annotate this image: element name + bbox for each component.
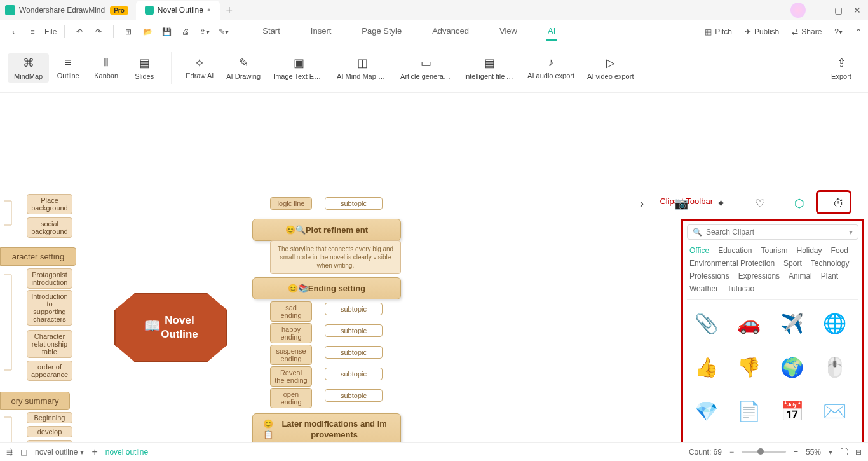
clipart-item[interactable]: ✉️ <box>820 397 850 425</box>
back-button[interactable]: ‹ <box>6 25 20 39</box>
zoom-slider[interactable] <box>742 451 786 453</box>
undo-button[interactable]: ↶ <box>72 25 86 39</box>
left-node[interactable]: Protagonist introduction <box>27 268 72 289</box>
clipart-search-input[interactable] <box>706 228 845 237</box>
user-avatar[interactable] <box>790 3 806 18</box>
section-header[interactable]: ory summary <box>0 392 70 410</box>
r-label[interactable]: suspense ending <box>270 345 312 365</box>
section-header[interactable]: aracter setting <box>0 247 76 266</box>
clipart-category[interactable]: Tourism <box>761 246 788 255</box>
clipart-category[interactable]: Weather <box>689 284 718 293</box>
section-ending[interactable]: 😊📚 Ending setting <box>252 277 401 299</box>
clipart-category[interactable]: Food <box>831 246 848 255</box>
file-menu[interactable]: File <box>44 25 57 39</box>
minimize-button[interactable]: — <box>813 4 825 16</box>
open-icon[interactable]: 📂 <box>140 25 154 39</box>
r-label[interactable]: logic line <box>270 197 312 210</box>
clipart-item[interactable]: 🖱️ <box>820 353 850 381</box>
ribbon-ai-button[interactable]: ▷AI video export <box>581 53 640 83</box>
menu-view[interactable]: View <box>498 22 519 41</box>
pitch-button[interactable]: ▦Pitch <box>705 27 732 36</box>
share-button[interactable]: ⇄Share <box>792 27 822 36</box>
menu-insert[interactable]: Insert <box>309 22 333 41</box>
new-tab-button[interactable]: + <box>226 4 233 17</box>
new-icon[interactable]: ⊞ <box>121 25 135 39</box>
zoom-dropdown-icon[interactable]: ▾ <box>829 448 832 457</box>
clipart-item[interactable]: 📄 <box>734 397 764 425</box>
hamburger-icon[interactable]: ≡ <box>25 25 39 39</box>
canvas[interactable]: 📖 Novel Outline Place background social … <box>0 93 868 442</box>
ribbon-ai-button[interactable]: ◫AI Mind Map Gen... <box>330 53 394 83</box>
zoom-out-button[interactable]: − <box>729 448 734 457</box>
r-sub[interactable]: subtopic <box>325 389 383 402</box>
menu-page-style[interactable]: Page Style <box>360 22 403 41</box>
r-sub[interactable]: subtopic <box>325 197 383 210</box>
menu-start[interactable]: Start <box>261 22 281 41</box>
left-node[interactable]: Place background <box>27 194 72 214</box>
root-node[interactable]: 📖 Novel Outline <box>114 293 227 362</box>
plot-refinement-desc[interactable]: The storyline that connects every big an… <box>270 240 401 274</box>
maximize-button[interactable]: ▢ <box>832 4 844 16</box>
clipart-category[interactable]: Plant <box>821 272 838 280</box>
ribbon-ai-button[interactable]: ▣Image Text Extrac... <box>267 53 330 83</box>
menu-ai[interactable]: AI <box>546 22 557 41</box>
section-later-mods[interactable]: 😊📋 Later modifications and im provements <box>252 413 401 442</box>
left-node[interactable]: Introduction to supporting characters <box>27 290 72 326</box>
help-button[interactable]: ?▾ <box>834 27 843 36</box>
clipart-item[interactable]: ✈️ <box>776 309 807 337</box>
clipart-item[interactable]: 📎 <box>691 309 721 337</box>
section-plot-refinement[interactable]: 😊🔍 Plot refinem ent <box>252 219 401 241</box>
r-sub[interactable]: subtopic <box>325 346 383 359</box>
clock-icon[interactable]: ⏱ <box>830 195 848 212</box>
ribbon-view-slides[interactable]: ▤Slides <box>125 53 163 83</box>
ribbon-view-mindmap[interactable]: ⌘MindMap <box>8 53 49 83</box>
doc-name[interactable]: novel outline ▾ <box>35 448 84 457</box>
r-sub[interactable]: subtopic <box>325 324 383 337</box>
clipart-category[interactable]: Technology <box>811 259 850 268</box>
sparkle-icon[interactable]: ✦ <box>712 195 729 212</box>
left-node[interactable]: Character relationship table <box>27 330 72 358</box>
print-icon[interactable]: 🖨 <box>179 25 193 39</box>
ribbon-ai-button[interactable]: ✎AI Drawing <box>220 53 267 83</box>
clipart-item[interactable]: 💎 <box>691 397 721 425</box>
close-button[interactable]: ✕ <box>851 4 863 16</box>
left-node[interactable]: social background <box>27 217 72 238</box>
clipart-category[interactable]: Office <box>689 246 709 255</box>
clipart-icon[interactable]: ⬡ <box>790 195 808 212</box>
r-label[interactable]: open ending <box>270 388 312 408</box>
export-dropdown[interactable]: ⇪▾ <box>198 25 212 39</box>
ribbon-ai-button[interactable]: ♪AI audio export <box>521 53 581 83</box>
menu-advanced[interactable]: Advanced <box>431 22 470 41</box>
fullscreen-icon[interactable]: ⛶ <box>840 448 848 457</box>
clipart-category[interactable]: Expressions <box>738 272 780 280</box>
clipart-item[interactable]: 🌍 <box>776 353 807 381</box>
ribbon-ai-button[interactable]: ▤Intelligent file An... <box>458 53 521 83</box>
clipart-item[interactable]: 🚗 <box>734 309 764 337</box>
clipart-category[interactable]: Holiday <box>797 246 822 255</box>
clipart-category[interactable]: Sport <box>783 259 802 268</box>
pages-icon[interactable]: ◫ <box>20 448 27 457</box>
clipart-category[interactable]: Professions <box>689 272 729 280</box>
clipart-search[interactable]: 🔍 ▾ <box>687 224 858 240</box>
r-label[interactable]: sad ending <box>270 301 312 322</box>
document-tab[interactable]: Novel Outline • <box>136 1 220 20</box>
ribbon-view-kanban[interactable]: ⫴Kanban <box>87 53 125 83</box>
search-dropdown-icon[interactable]: ▾ <box>849 228 853 237</box>
zoom-in-button[interactable]: + <box>794 448 798 457</box>
left-node[interactable]: order of appearance <box>27 361 72 381</box>
ribbon-ai-button[interactable]: ⟡Edraw AI <box>179 53 220 83</box>
heart-icon[interactable]: ♡ <box>751 195 769 212</box>
r-sub[interactable]: subtopic <box>325 368 383 380</box>
add-page-button[interactable]: + <box>92 446 97 458</box>
outline-toggle-icon[interactable]: ⇶ <box>6 448 13 457</box>
clipart-item[interactable]: 📅 <box>776 397 807 425</box>
clipart-category[interactable]: Education <box>718 246 752 255</box>
clipart-category[interactable]: Environmental Protection <box>689 259 775 268</box>
r-label[interactable]: happy ending <box>270 323 312 343</box>
ribbon-view-outline[interactable]: ≡Outline <box>49 53 87 83</box>
r-label[interactable]: Reveal the ending <box>270 366 312 387</box>
edit-dropdown[interactable]: ✎▾ <box>217 25 231 39</box>
active-page-tab[interactable]: novel outline <box>105 448 148 457</box>
r-sub[interactable]: subtopic <box>325 303 383 315</box>
redo-button[interactable]: ↷ <box>92 25 105 39</box>
